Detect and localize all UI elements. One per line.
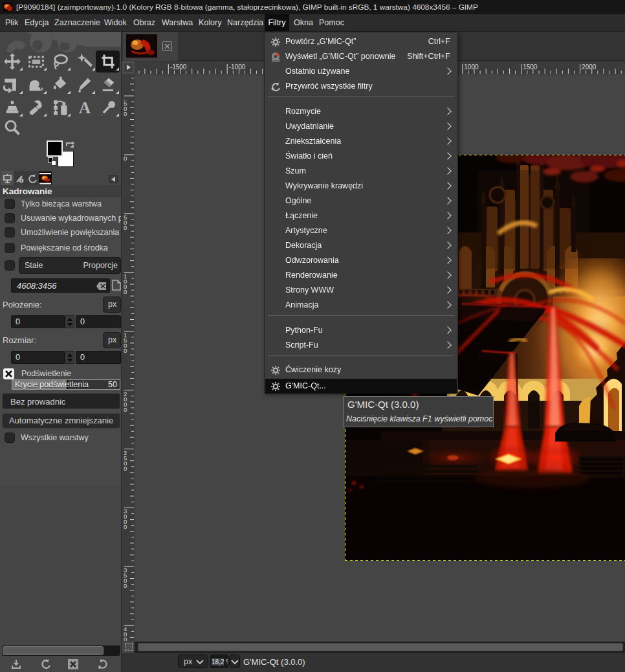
svg-text:0: 0 xyxy=(124,224,127,231)
svg-text:0: 0 xyxy=(124,347,127,354)
svg-text:A: A xyxy=(79,98,91,117)
svg-text:0: 0 xyxy=(124,636,127,641)
svg-text:0: 0 xyxy=(124,155,127,162)
svg-text:2000: 2000 xyxy=(582,63,597,71)
svg-text:0: 0 xyxy=(124,465,127,472)
svg-text:0: 0 xyxy=(124,288,127,295)
svg-text:1500: 1500 xyxy=(523,63,538,71)
svg-text:0: 0 xyxy=(124,406,127,413)
svg-text:-1000: -1000 xyxy=(229,63,246,71)
svg-text:1000: 1000 xyxy=(464,63,479,71)
svg-text:0: 0 xyxy=(124,110,127,117)
svg-text:0: 0 xyxy=(124,523,127,530)
svg-text:i: i xyxy=(21,178,22,183)
svg-text:-1500: -1500 xyxy=(170,63,187,71)
svg-text:0: 0 xyxy=(124,582,127,589)
